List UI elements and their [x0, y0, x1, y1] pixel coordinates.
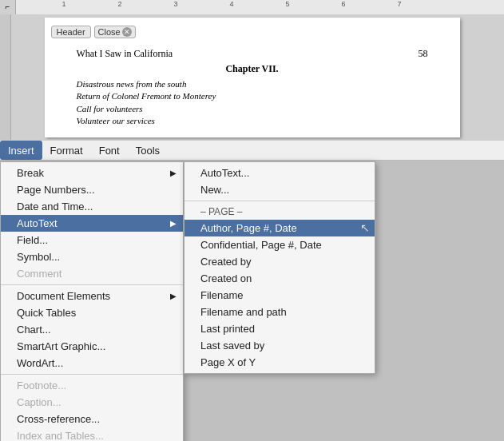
menu-page-numbers[interactable]: Page Numbers...: [1, 181, 183, 198]
sub-created-on[interactable]: Created on: [185, 270, 375, 287]
sub-confidential[interactable]: Confidential, Page #, Date: [185, 236, 375, 253]
created-on-label: Created on: [200, 272, 252, 284]
comment-label: Comment: [17, 268, 62, 280]
header-button[interactable]: Header: [51, 26, 91, 38]
ruler-mark-6: 6: [341, 0, 345, 8]
header-toolbar: Header Close ✕: [51, 26, 136, 38]
caption-label: Caption...: [17, 396, 62, 408]
doc-page-number: 58: [419, 48, 428, 60]
doc-title: What I Saw in California: [77, 48, 173, 60]
separator-2: [1, 374, 183, 375]
close-x-icon: ✕: [122, 27, 132, 37]
footnote-label: Footnote...: [17, 379, 66, 391]
insert-menu-item[interactable]: Insert: [0, 141, 42, 160]
sub-separator-1: [185, 201, 375, 201]
menu-comment: Comment: [1, 265, 183, 282]
cursor-icon: ↖: [360, 221, 370, 234]
font-menu-item[interactable]: Font: [91, 141, 128, 160]
menu-field[interactable]: Field...: [1, 232, 183, 248]
ruler-content: 1 2 3 4 5 6 7: [16, 0, 504, 14]
close-header-button[interactable]: Close ✕: [94, 26, 136, 38]
document-area: ⌐ 1 2 3 4 5 6 7 Header Close ✕ What I Sa…: [0, 0, 504, 140]
ruler-mark-4: 4: [229, 0, 233, 8]
author-page-date-label: Author, Page #, Date: [200, 222, 297, 234]
tools-menu-item[interactable]: Tools: [128, 141, 168, 160]
symbol-label: Symbol...: [17, 251, 60, 263]
menu-date-time[interactable]: Date and Time...: [1, 198, 183, 215]
doc-line-1: Disastrous news from the south: [77, 78, 428, 90]
page-x-of-y-label: Page X of Y: [200, 356, 256, 368]
last-saved-label: Last saved by: [200, 340, 264, 352]
ruler-mark-7: 7: [397, 0, 401, 8]
menu-index-tables: Index and Tables...: [1, 427, 183, 441]
document-page: Header Close ✕ What I Saw in California …: [45, 18, 460, 137]
chapter-heading: Chapter VII.: [77, 63, 428, 75]
doc-elements-arrow: ▶: [170, 292, 177, 300]
close-header-label: Close: [98, 27, 121, 37]
menu-symbol[interactable]: Symbol...: [1, 248, 183, 265]
sub-new-label: New...: [200, 184, 229, 196]
last-printed-label: Last printed: [200, 323, 255, 335]
index-tables-label: Index and Tables...: [17, 430, 104, 441]
cross-reference-label: Cross-reference...: [17, 413, 100, 425]
page-group-text: – PAGE –: [200, 206, 242, 217]
field-label: Field...: [17, 234, 48, 246]
sub-author-page-date[interactable]: Author, Page #, Date ↖: [185, 220, 375, 236]
ruler-mark-3: 3: [173, 0, 177, 8]
menu-cross-reference[interactable]: Cross-reference...: [1, 411, 183, 427]
doc-content: Disastrous news from the south Return of…: [77, 78, 428, 128]
insert-menu-container: Insert Break ▶ Page Numbers... Date and …: [0, 141, 42, 160]
ruler-mark-5: 5: [285, 0, 289, 8]
menu-caption: Caption...: [1, 394, 183, 411]
menu-break[interactable]: Break ▶: [1, 165, 183, 181]
smartart-label: SmartArt Graphic...: [17, 340, 105, 352]
menu-chart[interactable]: Chart...: [1, 321, 183, 338]
menu-wordart[interactable]: WordArt...: [1, 355, 183, 371]
created-by-label: Created by: [200, 256, 252, 268]
sub-autotext[interactable]: AutoText...: [185, 165, 375, 181]
sub-last-saved[interactable]: Last saved by: [185, 337, 375, 354]
autotext-submenu: AutoText... New... – PAGE – Author, Page…: [184, 161, 375, 374]
filename-path-label: Filename and path: [200, 306, 287, 318]
doc-elements-label: Document Elements: [17, 290, 110, 302]
doc-left-margin: [0, 14, 11, 140]
menu-autotext[interactable]: AutoText ▶: [1, 215, 183, 232]
chart-label: Chart...: [17, 324, 51, 336]
page-numbers-label: Page Numbers...: [17, 184, 95, 196]
menu-footnote: Footnote...: [1, 377, 183, 394]
sub-filename[interactable]: Filename: [185, 287, 375, 304]
doc-line-4: Volunteer our services: [77, 115, 428, 127]
ruler-tab-indicator: ⌐: [0, 0, 16, 14]
ruler-mark-2: 2: [117, 0, 121, 8]
autotext-label: AutoText: [17, 217, 58, 229]
sub-autotext-label: AutoText...: [200, 167, 249, 179]
doc-line-2: Return of Colonel Fremont to Monterey: [77, 90, 428, 102]
filename-label: Filename: [200, 289, 243, 301]
menu-quick-tables[interactable]: Quick Tables: [1, 304, 183, 321]
confidential-label: Confidential, Page #, Date: [200, 239, 322, 251]
autotext-arrow: ▶: [170, 219, 177, 228]
sub-new[interactable]: New...: [185, 181, 375, 198]
ruler-mark-1: 1: [62, 0, 65, 8]
menu-doc-elements[interactable]: Document Elements ▶: [1, 288, 183, 304]
ruler: ⌐ 1 2 3 4 5 6 7: [0, 0, 504, 14]
menu-smartart[interactable]: SmartArt Graphic...: [1, 338, 183, 355]
quick-tables-label: Quick Tables: [17, 307, 76, 319]
sub-last-printed[interactable]: Last printed: [185, 320, 375, 337]
sub-page-group-label: – PAGE –: [185, 204, 375, 220]
date-time-label: Date and Time...: [17, 201, 93, 213]
doc-line-3: Call for volunteers: [77, 103, 428, 115]
break-arrow: ▶: [170, 169, 177, 177]
doc-header-line: What I Saw in California 58: [77, 45, 428, 60]
sub-page-x-of-y[interactable]: Page X of Y: [185, 354, 375, 371]
sub-created-by[interactable]: Created by: [185, 253, 375, 270]
sub-filename-path[interactable]: Filename and path: [185, 304, 375, 320]
break-label: Break: [17, 167, 44, 179]
format-menu-item[interactable]: Format: [42, 141, 91, 160]
menu-bar: Insert Break ▶ Page Numbers... Date and …: [0, 140, 504, 161]
separator-1: [1, 284, 183, 285]
insert-dropdown: Break ▶ Page Numbers... Date and Time...…: [0, 161, 184, 441]
wordart-label: WordArt...: [17, 357, 63, 369]
